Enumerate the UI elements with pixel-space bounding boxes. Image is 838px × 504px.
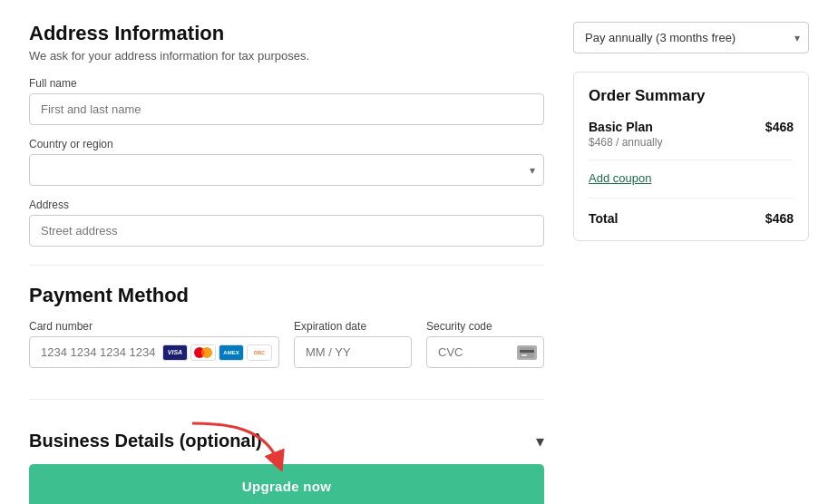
order-summary-box: Order Summary Basic Plan $468 / annually… [573, 72, 809, 241]
order-plan-price: $468 [765, 120, 794, 134]
order-plan-sub: $468 / annually [589, 136, 662, 149]
amex-icon: AMEX [219, 344, 244, 361]
discover-icon: DISC [247, 344, 272, 361]
payment-section-title: Payment Method [29, 284, 544, 307]
add-coupon-link[interactable]: Add coupon [589, 171, 794, 199]
expiry-label: Expiration date [294, 320, 412, 333]
order-total-value: $468 [765, 211, 794, 226]
card-icons-group: VISA AMEX DISC [162, 344, 272, 361]
expiry-group: Expiration date [294, 320, 412, 368]
pay-frequency-wrapper: Pay annually (3 months free) Pay monthly… [573, 22, 809, 53]
cvc-group: Security code [426, 320, 544, 368]
country-select-wrapper: ▾ [29, 154, 544, 186]
country-select[interactable] [29, 154, 544, 186]
visa-icon: VISA [162, 344, 188, 361]
country-label: Country or region [29, 138, 544, 150]
section-divider [29, 265, 544, 266]
business-chevron-icon: ▾ [536, 431, 544, 451]
payment-fields-row: Card number VISA AMEX DISC [29, 320, 544, 381]
address-label: Address [29, 199, 544, 211]
cvc-label: Security code [426, 320, 544, 333]
business-details-toggle[interactable]: Business Details (optional) ▾ [29, 418, 544, 460]
cvc-input-wrapper [426, 336, 544, 368]
payment-divider [29, 399, 544, 400]
cvc-card-icon [517, 345, 537, 360]
address-section-title: Address Information [29, 22, 544, 45]
svg-rect-4 [521, 354, 527, 356]
order-plan-row: Basic Plan $468 / annually $468 [589, 120, 794, 160]
mastercard-icon [190, 344, 216, 361]
order-summary-title: Order Summary [589, 87, 794, 105]
full-name-label: Full name [29, 77, 544, 90]
address-group: Address [29, 199, 544, 247]
sidebar: Pay annually (3 months free) Pay monthly… [573, 22, 809, 504]
upgrade-section: Upgrade now [29, 464, 544, 504]
country-group: Country or region ▾ [29, 138, 544, 186]
order-plan-info: Basic Plan $468 / annually [589, 120, 662, 149]
full-name-input[interactable] [29, 93, 544, 125]
order-plan-name: Basic Plan [589, 120, 662, 134]
expiry-input[interactable] [294, 336, 412, 368]
order-total-row: Total $468 [589, 211, 794, 226]
card-number-group: Card number VISA AMEX DISC [29, 320, 279, 368]
pay-frequency-select[interactable]: Pay annually (3 months free) Pay monthly [573, 22, 809, 53]
address-input[interactable] [29, 215, 544, 247]
upgrade-now-button[interactable]: Upgrade now [29, 464, 544, 504]
card-number-label: Card number [29, 320, 279, 333]
svg-rect-3 [520, 350, 534, 353]
business-details-title: Business Details (optional) [29, 431, 262, 451]
address-section-subtitle: We ask for your address information for … [29, 49, 544, 63]
full-name-group: Full name [29, 77, 544, 125]
card-number-input-wrapper: VISA AMEX DISC [29, 336, 279, 368]
order-total-label: Total [589, 211, 618, 226]
